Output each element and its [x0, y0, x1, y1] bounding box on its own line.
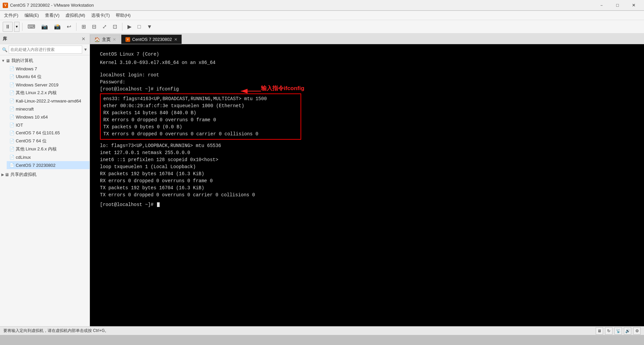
- vm-icon-7: 📄: [9, 123, 14, 127]
- app-icon: V: [3, 3, 8, 8]
- sidebar-item-centos7-20230802[interactable]: 📄 CentOS 7 20230802: [7, 161, 90, 169]
- status-icon-3[interactable]: 📡: [614, 327, 622, 335]
- minimize-button[interactable]: －: [594, 1, 609, 10]
- sidebar-item-kali[interactable]: 📄 Kali-Linux-2022.2-vmware-amd64: [7, 97, 90, 105]
- menu-view[interactable]: 查看(V): [42, 11, 62, 19]
- terminal-line2: Kernel 3.10.0-693.el7.x86_64 on an x86_6…: [100, 59, 634, 66]
- menu-tab[interactable]: 选项卡(T): [89, 11, 113, 19]
- search-dropdown-icon[interactable]: ▼: [84, 47, 88, 52]
- sidebar-item-other-linux-22[interactable]: 📄 其他 Linux 2.2.x 内核: [7, 89, 90, 97]
- fullscreen-icon: ⊞: [82, 23, 86, 30]
- status-icon-5[interactable]: ⚙: [633, 327, 641, 335]
- search-input[interactable]: [9, 46, 82, 54]
- ens33-block: ens33: flags=4163<UP,BROADCAST,RUNNING,M…: [100, 93, 634, 140]
- sidebar-item-cdlinux[interactable]: 📄 cdLinux: [7, 153, 90, 161]
- menu-bar: 文件(F) 编辑(E) 查看(V) 虚拟机(M) 选项卡(T) 帮助(H): [0, 11, 644, 20]
- terminal-area[interactable]: CentOS Linux 7 (Core) Kernel 3.10.0-693.…: [90, 44, 644, 326]
- tab-home[interactable]: 🏠 主页 ✕: [90, 34, 120, 44]
- vm-icon-3: 📄: [9, 90, 14, 95]
- send-key-button[interactable]: ⌨: [25, 22, 38, 32]
- status-icon-2[interactable]: ↻: [605, 327, 612, 335]
- sidebar-item-iot[interactable]: 📄 IOT: [7, 121, 90, 129]
- pause-button[interactable]: ⏸: [3, 22, 13, 32]
- sidebar-item-other-linux-26[interactable]: 📄 其他 Linux 2.6.x 内核: [7, 145, 90, 153]
- status-icon-4[interactable]: 🔊: [624, 327, 631, 335]
- home-icon: 🏠: [94, 37, 100, 42]
- shared-vms-label: 共享的虚拟机: [10, 171, 37, 178]
- status-icon-1[interactable]: 🖥: [596, 327, 603, 335]
- vm-icon-6: 📄: [9, 115, 14, 119]
- lo-block: lo: flags=73<UP,LOOPBACK,RUNNING> mtu 65…: [100, 142, 634, 199]
- ens33-line4: RX errors 0 dropped 0 overruns 0 frame 0: [103, 117, 298, 124]
- autofit-icon: ⊡: [113, 23, 117, 30]
- maximize-button[interactable]: □: [610, 1, 625, 10]
- fullscreen-button[interactable]: ⊞: [79, 22, 88, 32]
- sidebar-item-shared-vms[interactable]: ▶ 🖥 共享的虚拟机: [0, 170, 90, 179]
- vm-name-3: 其他 Linux 2.2.x 内核: [16, 90, 57, 96]
- menu-edit[interactable]: 编辑(E): [22, 11, 42, 19]
- terminal-password: Password:: [100, 79, 634, 86]
- sidebar-search: 🔍 ▼: [0, 44, 90, 55]
- keyboard-icon: ⌨: [28, 23, 35, 30]
- tab-centos7-close[interactable]: ✕: [174, 37, 177, 42]
- vm-icon-5: 📄: [9, 107, 14, 111]
- vm-name-11: cdLinux: [16, 155, 31, 160]
- pause-dropdown[interactable]: ▼: [14, 22, 19, 32]
- shared-icon: 🖥: [5, 172, 9, 177]
- window-title: CentOS 7 20230802 - VMware Workstation: [10, 3, 94, 8]
- camera-icon: 📷: [41, 23, 48, 30]
- settings-button[interactable]: □: [135, 22, 143, 32]
- unity-button[interactable]: ⊟: [90, 22, 99, 32]
- sidebar-item-windows7[interactable]: 📄 Windows 7: [7, 65, 90, 73]
- autofit-button[interactable]: ⊡: [110, 22, 119, 32]
- lo-line4: loop txqueuelen 1 (Local Loopback): [100, 163, 634, 170]
- dropdown2-button[interactable]: ▼: [145, 22, 155, 32]
- toolbar: ⏸ ▼ ⌨ 📷 📸 ↩ ⊞ ⊟ ⤢ ⊡ ▶ □ ▼: [0, 20, 644, 33]
- tab-centos7[interactable]: V CentOS 7 20230802 ✕: [121, 34, 182, 44]
- tab-home-close[interactable]: ✕: [113, 37, 116, 42]
- sidebar-close-button[interactable]: ✕: [80, 36, 87, 42]
- close-button[interactable]: ✕: [626, 1, 641, 10]
- snapshot-button[interactable]: 📷: [39, 22, 50, 32]
- snapshot2-button[interactable]: 📸: [52, 22, 63, 32]
- vm-icon-0: 📄: [9, 66, 14, 71]
- terminal-line1: CentOS Linux 7 (Core): [100, 51, 634, 58]
- revert-icon: ↩: [67, 23, 71, 30]
- vm-name-12: CentOS 7 20230802: [16, 163, 56, 168]
- toolbar-separator-3: [122, 23, 122, 31]
- lo-line8: TX errors 0 dropped 0 overruns 0 carrier…: [100, 192, 634, 199]
- vm-name-7: IOT: [16, 123, 23, 128]
- cursor: [157, 202, 160, 207]
- view-icon: ▶: [127, 23, 131, 30]
- lo-line6: RX errors 0 dropped 0 overruns 0 frame 0: [100, 178, 634, 185]
- vm-name-8: CentOS 7 64 位101.65: [16, 130, 60, 136]
- menu-file[interactable]: 文件(F): [1, 11, 21, 19]
- sidebar-item-windows-server-2019[interactable]: 📄 Windows Server 2019: [7, 81, 90, 89]
- title-bar-left: V CentOS 7 20230802 - VMware Workstation: [3, 3, 94, 8]
- ens33-line1: ens33: flags=4163<UP,BROADCAST,RUNNING,M…: [103, 95, 298, 102]
- annotation-text: 输入指令ifconfig: [261, 84, 304, 93]
- stretch-button[interactable]: ⤢: [100, 22, 109, 32]
- dropdown2-icon: ▼: [147, 24, 152, 30]
- toolbar-separator-2: [76, 23, 76, 31]
- snapshot3-button[interactable]: ↩: [64, 22, 73, 32]
- vm-icon-12: 📄: [9, 163, 14, 167]
- ens33-line5: TX packets 0 bytes 0 (0.0 B): [103, 124, 298, 131]
- sidebar-item-minecraft[interactable]: 📄 minecraft: [7, 105, 90, 113]
- sidebar-item-my-computer[interactable]: ▼ 🖥 我的计算机: [0, 57, 90, 65]
- sidebar-item-centos7-64[interactable]: 📄 CentOS 7 64 位: [7, 137, 90, 145]
- main-layout: 库 ✕ 🔍 ▼ ▼ 🖥 我的计算机 📄 Windows 7 📄: [0, 33, 644, 326]
- lo-line2: inet 127.0.0.1 netmask 255.0.0.0: [100, 149, 634, 156]
- terminal-login: localhost login: root: [100, 72, 634, 79]
- sidebar-item-ubuntu[interactable]: 📄 Ubuntu 64 位: [7, 73, 90, 81]
- toolbar-separator-1: [22, 23, 22, 31]
- menu-help[interactable]: 帮助(H): [113, 11, 133, 19]
- menu-vm[interactable]: 虚拟机(M): [63, 11, 88, 19]
- view-button[interactable]: ▶: [125, 22, 134, 32]
- sidebar-item-centos7-64-101[interactable]: 📄 CentOS 7 64 位101.65: [7, 129, 90, 137]
- tab-bar: 🏠 主页 ✕ V CentOS 7 20230802 ✕: [90, 33, 644, 44]
- settings-icon: □: [138, 24, 141, 30]
- computer-icon: 🖥: [6, 58, 10, 63]
- expand-icon: ▼: [1, 59, 5, 63]
- sidebar-item-windows10[interactable]: 📄 Windows 10 x64: [7, 113, 90, 121]
